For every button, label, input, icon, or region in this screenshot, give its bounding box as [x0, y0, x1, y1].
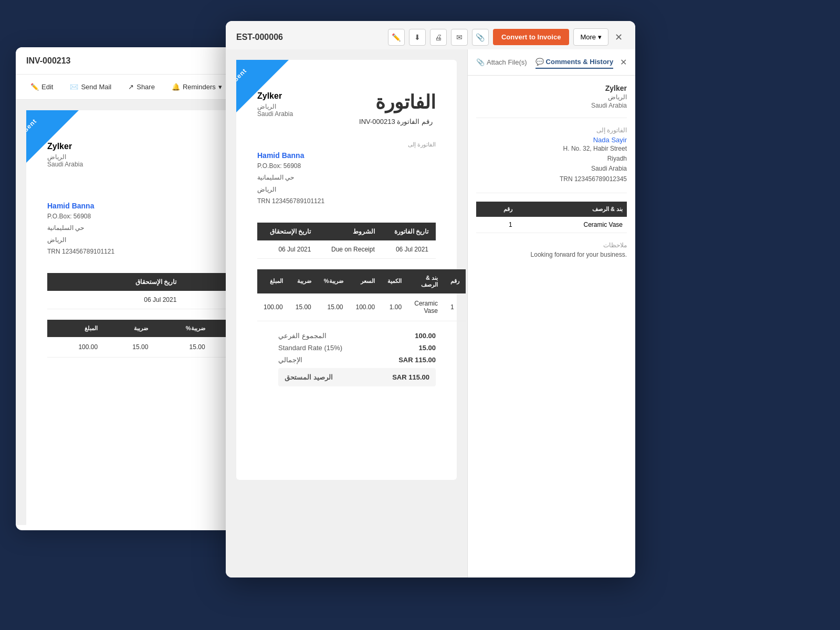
front-totals: المجموع الفرعي 100.00 Standard Rate (15%… — [257, 332, 436, 386]
front-window-title: EST-000006 — [236, 33, 283, 42]
share-button[interactable]: ↗ Share — [124, 81, 159, 93]
front-terms-header: الشروط — [318, 223, 382, 240]
front-invoice-date-header: تاريخ الفاتورة — [382, 223, 436, 240]
bell-icon: 🔔 — [172, 83, 180, 91]
side-bill-city: Riyadh — [476, 154, 627, 164]
front-tax-header: ضريبة — [289, 269, 318, 293]
front-invoice-date: 06 Jul 2021 — [382, 240, 436, 259]
side-notes-label: ملاحظات — [476, 242, 627, 249]
side-bill-to-label: الفاتورة إلى — [476, 127, 627, 134]
front-tax-pct-header: %ضريبة — [318, 269, 350, 293]
side-item-row: 1 Ceramic Vase — [476, 217, 627, 233]
due-date-cell: 06 Jul 2021 — [47, 291, 184, 309]
front-invoice-area: Sent Zylker الرياض Saudi Arabia الفاتورة… — [226, 49, 467, 578]
side-panel: 📎 Attach File(s) 💬 Comments & History ✕ … — [467, 49, 635, 578]
send-mail-button[interactable]: ✉️ Send Mail — [66, 81, 116, 93]
front-item-qty: 1.00 — [381, 293, 408, 321]
item-tax-pct: 15.00 — [154, 337, 211, 358]
front-dates-table: تاريخ الإستحقاق الشروط تاريخ الفاتورة 06… — [257, 223, 436, 259]
side-address-1: H. No. 32, Habir Street — [476, 144, 627, 154]
front-item-desc: Ceramic Vase — [408, 293, 444, 321]
side-divider-2 — [476, 193, 627, 193]
reminders-dropdown-icon: ▾ — [218, 83, 222, 91]
front-subtotal-row: المجموع الفرعي 100.00 — [278, 332, 436, 340]
side-company-country: Saudi Arabia — [476, 102, 627, 109]
comments-tab[interactable]: 💬 Comments & History — [536, 56, 614, 69]
front-item-tax-pct: 15.00 — [318, 293, 350, 321]
side-num-header: رقم — [476, 202, 517, 217]
reminders-button[interactable]: 🔔 Reminders ▾ — [167, 81, 226, 93]
front-price-header: السعر — [350, 269, 382, 293]
front-dates-row: 06 Jul 2021 Due on Receipt 06 Jul 2021 — [257, 240, 436, 259]
side-item-num: 1 — [476, 217, 517, 233]
side-divider-1 — [476, 118, 627, 118]
tax-pct-header: %ضريبة — [154, 320, 211, 337]
email-icon-btn[interactable]: ✉ — [451, 29, 468, 46]
front-due-date-header: تاريخ الإستحقاق — [257, 223, 318, 240]
print-icon-btn[interactable]: 🖨 — [430, 29, 447, 46]
front-terms: Due on Receipt — [318, 240, 382, 259]
edit-icon: ✏️ — [30, 83, 39, 91]
front-items-table: المبلغ ضريبة %ضريبة السعر الكمية بند & ا… — [257, 269, 466, 321]
side-notes-text: Looking forward for your business. — [476, 251, 627, 258]
side-company-name: Zylker — [476, 84, 627, 92]
item-tax: 15.00 — [104, 337, 154, 358]
side-bill-to-name[interactable]: Nada Sayir — [476, 136, 627, 144]
front-invoice-title-block: الفاتورة INV-000213 رقم الفاتورة — [359, 91, 436, 125]
front-bill-to: الفاتورة إلى Hamid Banna P.O.Box: 56908 … — [257, 141, 436, 207]
side-item-desc: Ceramic Vase — [517, 217, 627, 233]
side-company-city: الرياض — [476, 93, 627, 101]
attach-icon-btn[interactable]: 📎 — [472, 29, 489, 46]
comment-icon-side: 💬 — [536, 58, 544, 66]
front-sent-ribbon: Sent — [236, 60, 289, 112]
side-panel-tabs: 📎 Attach File(s) 💬 Comments & History — [476, 56, 613, 69]
edit-button[interactable]: ✏️ Edit — [26, 81, 57, 93]
header-actions: ✏️ ⬇ 🖨 ✉ 📎 Convert to Invoice More ▾ ✕ — [388, 28, 625, 46]
due-date-header: تاريخ الإستحقاق — [47, 273, 184, 291]
side-bill-trn: TRN 123456789012345 — [476, 174, 627, 184]
side-panel-content: Zylker الرياض Saudi Arabia الفاتورة إلى … — [468, 76, 635, 267]
front-total-row: الإجمالي SAR 115.00 — [278, 356, 436, 364]
paperclip-icon-side: 📎 — [476, 58, 485, 66]
front-tax-row: Standard Rate (15%) 15.00 — [278, 344, 436, 352]
side-panel-header: 📎 Attach File(s) 💬 Comments & History ✕ — [468, 49, 635, 76]
front-invoice-doc: Sent Zylker الرياض Saudi Arabia الفاتورة… — [236, 60, 457, 480]
front-due-date: 06 Jul 2021 — [257, 240, 318, 259]
close-button[interactable]: ✕ — [613, 29, 625, 45]
item-amount: 100.00 — [47, 337, 104, 358]
front-item-price: 100.00 — [350, 293, 382, 321]
sent-ribbon: Sent — [26, 110, 79, 163]
more-button[interactable]: More ▾ — [573, 28, 608, 46]
side-bill-country: Saudi Arabia — [476, 164, 627, 174]
attach-tab[interactable]: 📎 Attach File(s) — [476, 56, 527, 69]
side-desc-header: بند & الرصف — [517, 202, 627, 217]
front-qty-header: الكمية — [381, 269, 408, 293]
front-item-tax: 15.00 — [289, 293, 318, 321]
front-item-amount: 100.00 — [257, 293, 289, 321]
side-panel-close-icon[interactable]: ✕ — [620, 57, 627, 67]
side-items-table: رقم بند & الرصف 1 Ceramic Vase — [476, 202, 627, 233]
front-item-num: 1 — [444, 293, 466, 321]
download-icon-btn[interactable]: ⬇ — [409, 29, 426, 46]
edit-icon-btn[interactable]: ✏️ — [388, 29, 405, 46]
front-window-header: EST-000006 ✏️ ⬇ 🖨 ✉ 📎 Convert to Invoice… — [226, 21, 635, 54]
tax-header: ضريبة — [104, 320, 154, 337]
convert-to-invoice-button[interactable]: Convert to Invoice — [493, 29, 569, 45]
front-balance-row: الرصيد المستحق SAR 115.00 — [278, 368, 436, 386]
bg-window-title: INV-000213 — [26, 56, 71, 66]
mail-icon: ✉️ — [70, 83, 78, 91]
front-desc-header: بند & الرصف — [408, 269, 444, 293]
more-dropdown-icon: ▾ — [598, 33, 602, 41]
front-num-header: رقم — [444, 269, 466, 293]
amount-header: المبلغ — [47, 320, 104, 337]
front-window: EST-000006 ✏️ ⬇ 🖨 ✉ 📎 Convert to Invoice… — [226, 21, 635, 578]
share-icon: ↗ — [128, 83, 134, 91]
front-item-row: 100.00 15.00 15.00 100.00 1.00 Ceramic V… — [257, 293, 466, 321]
front-amount-header: المبلغ — [257, 269, 289, 293]
